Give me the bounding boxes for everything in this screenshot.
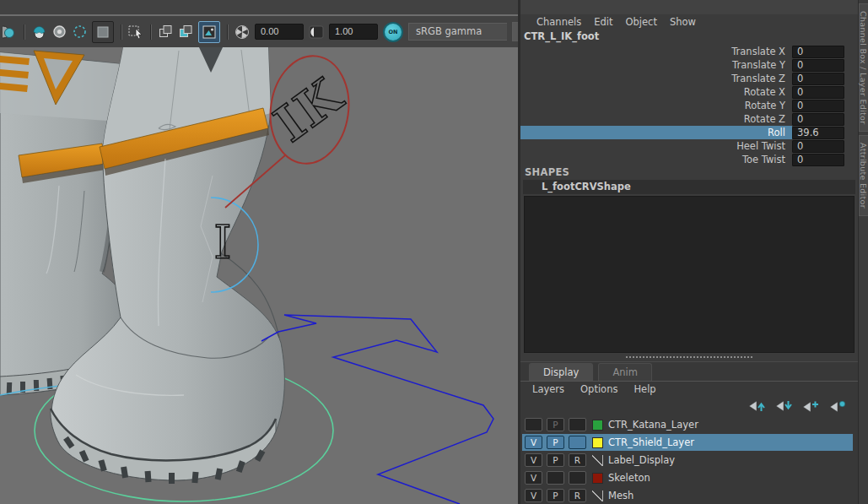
layer-reference-toggle[interactable]: R — [569, 453, 586, 467]
channel-attribute-list: Translate X 0 Translate Y 0 Translate Z … — [520, 45, 858, 166]
channel-attribute-row[interactable]: Heel Twist 0 — [520, 139, 858, 153]
attribute-label[interactable]: Rotate X — [520, 85, 792, 99]
channelbox-menu-edit[interactable]: Edit — [594, 16, 612, 28]
layer-row[interactable]: V Skeleton — [522, 469, 853, 486]
channel-box-object-name[interactable]: CTR_L_IK_foot — [524, 30, 599, 42]
channel-attribute-row[interactable]: Translate X 0 — [520, 45, 858, 58]
shape-node-row[interactable]: L_footCRVShape — [523, 180, 855, 194]
layer-visibility-toggle[interactable] — [525, 418, 542, 431]
lighting-icon[interactable] — [31, 24, 46, 40]
layer-row[interactable]: V P R Mesh — [522, 487, 853, 504]
channelbox-menu-object[interactable]: Object — [626, 16, 657, 28]
layer-reference-toggle[interactable] — [569, 418, 586, 431]
attribute-value-field[interactable]: 0 — [792, 154, 844, 166]
xray-icon[interactable] — [158, 24, 173, 40]
select-highlight-icon[interactable] — [128, 24, 143, 40]
attribute-value-field[interactable]: 0 — [792, 59, 844, 72]
layer-editor-tabs: DisplayAnim — [529, 363, 652, 381]
layer-color-swatch[interactable] — [592, 437, 603, 448]
attribute-value-field[interactable]: 0 — [792, 73, 844, 85]
ankle-label-curve[interactable]: I — [213, 216, 231, 269]
color-management-toggle[interactable]: ON — [383, 22, 403, 42]
material-ball-icon[interactable] — [2, 24, 17, 40]
channel-attribute-row[interactable]: Translate Y 0 — [520, 58, 858, 72]
attribute-value-field[interactable]: 0 — [792, 113, 844, 126]
attribute-label[interactable]: Rotate Z — [520, 112, 792, 126]
layer-row[interactable]: V P R Label_Display — [522, 452, 853, 469]
colorspace-dropdown[interactable]: sRGB gamma — [408, 23, 507, 41]
attribute-value-field[interactable]: 0 — [792, 46, 844, 58]
layer-reference-toggle[interactable] — [569, 436, 586, 449]
channelbox-menu-channels[interactable]: Channels — [536, 16, 581, 28]
channel-attribute-row[interactable]: Rotate Z 0 — [520, 112, 858, 126]
layer-visibility-toggle[interactable]: V — [525, 489, 542, 502]
attribute-label[interactable]: Toe Twist — [520, 153, 792, 166]
layereditor-menu-help[interactable]: Help — [633, 383, 655, 395]
move-layer-up-icon[interactable] — [747, 399, 765, 413]
attribute-value-field[interactable]: 0 — [792, 140, 844, 153]
attribute-value-field[interactable]: 0 — [792, 86, 844, 99]
toolbar-separator — [22, 24, 26, 40]
layer-list: P CTR_Katana_Layer V P CTR_Shield_Layer … — [522, 416, 853, 504]
panel-splitter[interactable] — [520, 353, 858, 360]
gamma-field[interactable] — [329, 24, 378, 40]
layer-name[interactable]: CTR_Katana_Layer — [608, 419, 698, 431]
xray-active-components-icon[interactable] — [178, 24, 193, 40]
attribute-label[interactable]: Translate Y — [520, 58, 792, 72]
channel-attribute-row[interactable]: Rotate Y 0 — [520, 99, 858, 112]
channel-attribute-row[interactable]: Toe Twist 0 — [520, 153, 858, 166]
layer-name[interactable]: Label_Display — [608, 454, 675, 466]
layer-playback-toggle[interactable]: P — [547, 436, 564, 449]
attribute-label[interactable]: Translate Z — [520, 72, 792, 85]
channel-attribute-row[interactable]: Rotate X 0 — [520, 85, 858, 99]
layer-playback-toggle[interactable] — [547, 471, 564, 485]
channel-box-menubar: ChannelsEditObjectShow — [520, 14, 858, 30]
layer-color-swatch[interactable] — [592, 455, 603, 466]
layer-color-swatch[interactable] — [592, 420, 603, 431]
layer-visibility-toggle[interactable]: V — [525, 471, 542, 485]
attribute-label[interactable]: Heel Twist — [520, 139, 792, 153]
layer-playback-toggle[interactable]: P — [547, 453, 564, 467]
tab-anim[interactable]: Anim — [598, 363, 652, 382]
layer-row[interactable]: V P CTR_Shield_Layer — [522, 434, 853, 451]
tab-display[interactable]: Display — [529, 363, 593, 382]
shading-icon[interactable] — [51, 24, 67, 40]
attribute-value-field[interactable]: 0 — [792, 100, 844, 112]
move-layer-down-icon[interactable] — [774, 399, 792, 413]
contrast-icon[interactable] — [309, 24, 324, 40]
layereditor-menu-options[interactable]: Options — [580, 383, 617, 395]
layer-reference-toggle[interactable]: R — [569, 489, 586, 502]
isolate-select-icon[interactable] — [198, 21, 220, 43]
layer-name[interactable]: Skeleton — [608, 472, 650, 484]
viewport-scene[interactable]: I IK — [0, 47, 518, 504]
attribute-label[interactable]: Roll — [520, 126, 792, 139]
sidebar-tab-channel-box-layer-editor[interactable]: Channel Box / Layer Editor — [859, 3, 868, 132]
exposure-field[interactable] — [255, 24, 304, 40]
channel-attribute-row[interactable]: Roll 39.6 — [520, 126, 858, 139]
attribute-value-field[interactable]: 39.6 — [792, 127, 844, 139]
exposure-icon[interactable] — [235, 24, 250, 40]
attribute-label[interactable]: Rotate Y — [520, 99, 792, 112]
channelbox-menu-show[interactable]: Show — [670, 16, 696, 28]
channel-attribute-row[interactable]: Translate Z 0 — [520, 72, 858, 85]
wireframe-circle-icon[interactable] — [72, 24, 87, 40]
layer-playback-toggle[interactable]: P — [547, 418, 564, 431]
layer-name[interactable]: CTR_Shield_Layer — [608, 436, 694, 448]
viewport-3d[interactable]: I IK — [0, 47, 518, 504]
layer-reference-toggle[interactable] — [569, 471, 586, 485]
attribute-label[interactable]: Translate X — [520, 45, 792, 58]
layereditor-menu-layers[interactable]: Layers — [532, 383, 564, 395]
maya-window: ON sRGB gamma — [0, 0, 868, 504]
layer-visibility-toggle[interactable]: V — [525, 436, 542, 449]
sidebar-tab-attribute-editor[interactable]: Attribute Editor — [859, 135, 868, 216]
create-empty-layer-icon[interactable] — [801, 399, 819, 413]
tabbar-underline — [520, 381, 858, 382]
layer-color-swatch[interactable] — [592, 490, 603, 501]
create-layer-from-selected-icon[interactable] — [828, 399, 846, 413]
layer-name[interactable]: Mesh — [608, 490, 633, 501]
layer-playback-toggle[interactable]: P — [547, 489, 564, 502]
layer-row[interactable]: P CTR_Katana_Layer — [522, 416, 853, 433]
layer-color-swatch[interactable] — [592, 473, 603, 484]
layer-visibility-toggle[interactable]: V — [525, 453, 542, 467]
textured-icon[interactable] — [92, 21, 114, 43]
